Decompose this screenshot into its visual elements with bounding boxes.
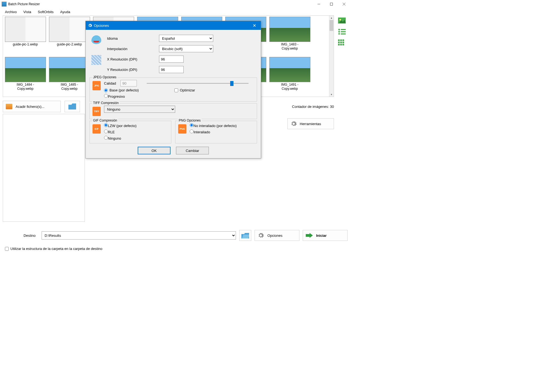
thumbnail-image: [269, 57, 310, 82]
svg-point-5: [339, 19, 341, 21]
thumbnail-label: IMG_1485 - Copy.webp: [61, 83, 78, 91]
thumbnails-view-icon[interactable]: [338, 18, 346, 24]
destination-label: Destino: [3, 234, 38, 238]
svg-rect-18: [342, 42, 344, 43]
dialog-title: Opciones: [94, 24, 250, 28]
svg-rect-20: [340, 44, 342, 45]
quality-slider[interactable]: [147, 80, 249, 86]
interpolation-label: Interpolación: [107, 47, 154, 51]
change-button[interactable]: Cambiar: [176, 147, 209, 154]
grid-view-icon[interactable]: [338, 39, 346, 45]
jpeg-optimize-checkbox[interactable]: Optimizar: [174, 88, 195, 92]
thumbnail-label: guide-pic-1.webp: [13, 42, 38, 47]
tiff-group-label: TIFF Compresión: [92, 101, 120, 105]
list-view-icon[interactable]: [338, 28, 346, 34]
destination-select[interactable]: D:\Results: [42, 231, 236, 240]
png-interlaced-radio[interactable]: Interaliado: [190, 129, 254, 134]
menu-ayuda[interactable]: Ayuda: [57, 9, 73, 15]
gif-compression-group: GIF Compresión GIF LZW (por defecto) RLE…: [90, 121, 171, 143]
gif-rle-radio[interactable]: RLE: [104, 129, 168, 134]
ok-button[interactable]: OK: [138, 147, 171, 154]
menubar: Archivo Vista SoftOrbits Ayuda: [0, 8, 350, 15]
tiff-badge-icon: TIFF: [93, 107, 101, 116]
yres-label: Y Resolución (DPI): [107, 68, 154, 72]
thumbnail-image: [5, 57, 46, 82]
svg-rect-10: [341, 31, 346, 32]
png-badge-icon: PNG: [178, 124, 186, 134]
thumbnail-item[interactable]: guide-pic-1.webp: [4, 17, 47, 54]
tiff-compression-group: TIFF Compresión TIFF Ninguno: [90, 103, 257, 119]
use-folder-structure-label: Utilizar la estructura de la carpeta en …: [10, 247, 102, 251]
svg-rect-21: [342, 44, 344, 45]
svg-point-9: [338, 31, 340, 33]
thumbnail-item[interactable]: IMG_1483 - Copy.webp: [269, 17, 311, 54]
menu-archivo[interactable]: Archivo: [2, 9, 19, 15]
options-dialog: Opciones ✕ Idioma Español Interpolación …: [85, 21, 261, 158]
image-icon: [6, 104, 12, 109]
dialog-close-button[interactable]: ✕: [250, 23, 259, 28]
interpolation-icon: [91, 55, 101, 65]
gear-icon: [258, 232, 264, 239]
browse-folder-button[interactable]: [239, 230, 251, 241]
thumbnail-item[interactable]: guide-pic-2.webp: [48, 17, 91, 54]
gif-lzw-radio[interactable]: LZW (por defecto): [104, 123, 168, 128]
gif-group-label: GIF Compresión: [92, 119, 118, 122]
thumbnail-label: guide-pic-2.webp: [57, 42, 82, 47]
svg-point-11: [338, 33, 340, 34]
menu-vista[interactable]: Vista: [21, 9, 34, 15]
left-panel: [3, 114, 85, 222]
minimize-button[interactable]: [313, 0, 325, 8]
gif-none-radio[interactable]: Ninguno: [104, 136, 168, 140]
language-icon: [91, 35, 101, 44]
thumbnail-item[interactable]: IMG_1485 - Copy.webp: [48, 57, 91, 95]
view-mode-icons: [336, 15, 348, 45]
add-files-label: Acadir fichero(s)...: [16, 105, 44, 109]
scroll-down-icon[interactable]: ▼: [329, 92, 334, 97]
svg-rect-8: [341, 29, 346, 30]
use-folder-structure-checkbox[interactable]: [5, 247, 9, 251]
options-label: Opciones: [267, 234, 282, 238]
titlebar: Batch Picture Resizer: [0, 0, 350, 8]
thumbnail-label: IMG_1491 - Copy.webp: [281, 83, 298, 91]
options-button[interactable]: Opciones: [255, 230, 299, 241]
svg-rect-14: [340, 39, 342, 41]
interpolation-select[interactable]: Bicubic (soft): [159, 45, 213, 52]
language-select[interactable]: Español: [159, 35, 213, 42]
dialog-titlebar[interactable]: Opciones ✕: [86, 21, 261, 30]
maximize-button[interactable]: [325, 0, 338, 8]
png-group-label: PNG Opciones: [178, 119, 202, 122]
svg-rect-13: [338, 39, 340, 41]
scroll-up-icon[interactable]: ▲: [329, 16, 334, 20]
svg-rect-12: [341, 33, 346, 34]
thumbnail-item[interactable]: IMG_1491 - Copy.webp: [269, 57, 311, 95]
image-counter: Contador de imágenes: 30: [292, 105, 334, 109]
jpeg-options-group: JPEG Opciones JPG Calidad Base (por defe…: [90, 77, 257, 102]
xres-input[interactable]: [159, 56, 184, 63]
svg-rect-16: [338, 42, 340, 43]
add-folder-button[interactable]: [65, 101, 80, 112]
close-button[interactable]: [338, 0, 350, 8]
yres-input[interactable]: [159, 66, 184, 73]
gear-icon: [290, 120, 297, 127]
thumbnail-image: [49, 57, 90, 82]
tiff-compression-select[interactable]: Ninguno: [104, 106, 175, 113]
thumbnail-scrollbar[interactable]: ▲ ▼: [329, 16, 334, 97]
jpg-badge-icon: JPG: [93, 81, 101, 90]
thumbnail-label: IMG_1483 - Copy.webp: [281, 42, 298, 51]
thumbnail-item[interactable]: IMG_1484 - Copy.webp: [4, 57, 47, 95]
png-noninterlaced-radio[interactable]: No interaliado (por defecto): [190, 123, 254, 128]
jpeg-base-radio[interactable]: Base (por defecto): [104, 88, 139, 92]
menu-softorbits[interactable]: SoftOrbits: [35, 9, 56, 15]
jpeg-progressive-radio[interactable]: Progresivo: [104, 94, 254, 99]
quality-label: Calidad: [104, 81, 116, 85]
tools-button[interactable]: Herramientas: [287, 118, 334, 129]
quality-input[interactable]: [120, 80, 137, 87]
add-files-button[interactable]: Acadir fichero(s)...: [3, 101, 61, 112]
play-arrow-icon: [306, 233, 313, 238]
thumbnail-image: [49, 17, 90, 42]
start-button[interactable]: Iniciar: [303, 230, 348, 241]
svg-rect-15: [342, 39, 344, 41]
jpeg-group-label: JPEG Opciones: [92, 75, 117, 79]
scroll-handle[interactable]: [330, 20, 333, 31]
thumbnail-label: IMG_1484 - Copy.webp: [17, 83, 34, 91]
